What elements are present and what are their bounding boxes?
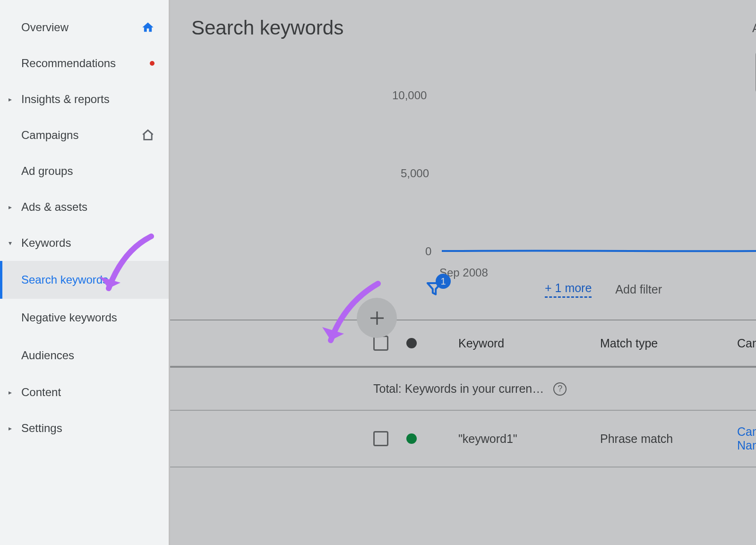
keyword-cell: "keyword1": [458, 432, 600, 446]
main-content: Search keywords All time 10,000 5,000 0 …: [170, 0, 756, 545]
sidebar-item-label: Keywords: [21, 236, 155, 250]
y-tick-label: 0: [425, 245, 431, 258]
page-header: Search keywords All time: [170, 0, 756, 56]
sidebar-item-label: Recommendations: [21, 57, 148, 70]
caret-down-icon: ▾: [9, 239, 12, 247]
date-range-selector[interactable]: All time: [752, 21, 756, 35]
status-header-icon[interactable]: [406, 338, 417, 348]
sidebar-item-label: Ads & assets: [21, 200, 155, 214]
sidebar-item-label: Overview: [21, 21, 141, 34]
more-filters-link[interactable]: + 1 more: [545, 281, 592, 298]
sidebar-item-overview[interactable]: Overview: [0, 9, 169, 45]
y-tick-label: 5,000: [401, 167, 429, 180]
sidebar-item-ads-assets[interactable]: ▸ Ads & assets: [0, 189, 169, 225]
filter-button[interactable]: 1: [425, 279, 443, 299]
sidebar: Overview Recommendations ▸ Insights & re…: [0, 0, 170, 545]
sidebar-subitem-negative-keywords[interactable]: Negative keywords: [0, 299, 169, 337]
plus-icon: [368, 309, 387, 328]
home-outline-icon: [141, 129, 155, 142]
sidebar-item-campaigns[interactable]: Campaigns: [0, 117, 169, 153]
filter-count-badge: 1: [436, 274, 451, 289]
column-header-campaign[interactable]: Campaign: [737, 337, 756, 350]
sidebar-subitem-label: Search keywords: [21, 273, 108, 286]
match-type-cell: Phrase match: [600, 432, 737, 446]
sidebar-item-label: Settings: [21, 422, 155, 435]
table-row[interactable]: "keyword1" Phrase match Campaign Name: [170, 411, 756, 467]
sidebar-subitem-audiences[interactable]: Audiences: [0, 337, 169, 374]
sidebar-item-insights-reports[interactable]: ▸ Insights & reports: [0, 81, 169, 117]
sidebar-item-label: Ad groups: [21, 164, 155, 178]
sidebar-item-label: Insights & reports: [21, 93, 155, 106]
add-button[interactable]: [357, 298, 397, 338]
sidebar-item-keywords[interactable]: ▾ Keywords: [0, 225, 169, 261]
caret-right-icon: ▸: [9, 95, 12, 103]
help-icon[interactable]: ?: [553, 382, 567, 396]
add-filter-button[interactable]: Add filter: [615, 283, 662, 296]
page-title: Search keywords: [191, 17, 752, 39]
sidebar-item-label: Campaigns: [21, 129, 141, 142]
sidebar-item-label: Content: [21, 386, 155, 399]
column-header-keyword[interactable]: Keyword: [458, 337, 600, 350]
y-tick-label: 10,000: [392, 89, 427, 102]
sidebar-subitem-search-keywords[interactable]: Search keywords: [0, 261, 169, 299]
caret-right-icon: ▸: [9, 203, 12, 211]
row-checkbox[interactable]: [373, 431, 388, 446]
sidebar-subitem-label: Negative keywords: [21, 311, 117, 324]
sidebar-item-settings[interactable]: ▸ Settings: [0, 410, 169, 446]
sidebar-item-ad-groups[interactable]: Ad groups: [0, 153, 169, 189]
summary-text: Total: Keywords in your curren…: [373, 382, 544, 396]
sidebar-item-recommendations[interactable]: Recommendations: [0, 45, 169, 81]
table-header-row: Keyword Match type Campaign: [170, 320, 756, 368]
status-dot-icon: [406, 433, 417, 444]
home-icon: [141, 21, 155, 34]
sidebar-item-content[interactable]: ▸ Content: [0, 374, 169, 410]
campaign-link[interactable]: Campaign Name: [737, 425, 756, 452]
chart: 10,000 5,000 0 Sep 2008: [170, 56, 756, 259]
notification-dot-icon: [150, 61, 155, 66]
caret-right-icon: ▸: [9, 424, 12, 432]
chart-plot: [442, 96, 756, 257]
column-header-match-type[interactable]: Match type: [600, 337, 737, 350]
table-summary-row: Total: Keywords in your curren… ?: [170, 368, 756, 411]
sidebar-subitem-label: Audiences: [21, 349, 74, 362]
caret-right-icon: ▸: [9, 389, 12, 396]
keywords-table: Keyword Match type Campaign Total: Keywo…: [170, 320, 756, 467]
